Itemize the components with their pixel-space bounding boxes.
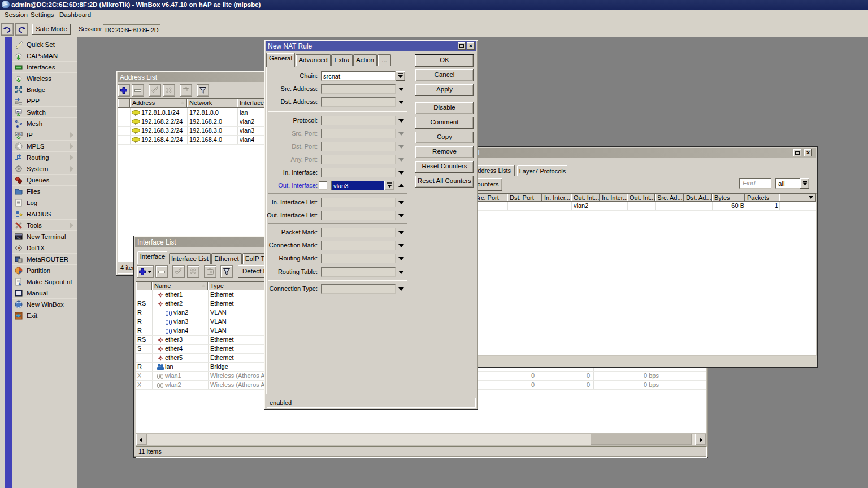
svg-text:255: 255 [16, 132, 21, 136]
svg-text:>_: >_ [16, 236, 21, 239]
